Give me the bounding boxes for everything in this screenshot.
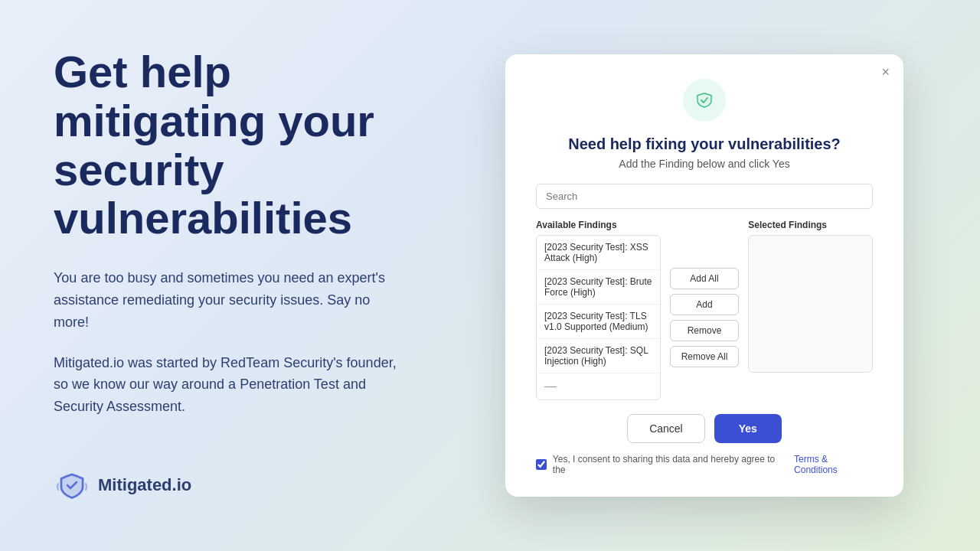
- consent-text: Yes, I consent to sharing this data and …: [553, 454, 788, 475]
- body-text-2: Mitigated.io was started by RedTeam Secu…: [54, 352, 398, 418]
- available-findings-box: [2023 Security Test]: XSS Attack (High) …: [536, 235, 661, 400]
- available-findings-label: Available Findings: [536, 220, 661, 230]
- right-panel: × Need help fixing your vulnerabilities?…: [444, 0, 980, 551]
- body-text-1: You are too busy and sometimes you need …: [54, 267, 398, 333]
- brand-logo-icon: [54, 467, 90, 504]
- left-panel: Get help mitigating your security vulner…: [0, 0, 444, 551]
- page-headline: Get help mitigating your security vulner…: [54, 47, 398, 243]
- remove-button[interactable]: Remove: [670, 320, 740, 341]
- action-buttons-panel: Add All Add Remove Remove All: [670, 220, 740, 400]
- search-input[interactable]: [536, 184, 873, 209]
- remove-all-button[interactable]: Remove All: [670, 346, 740, 367]
- finding-item-sqli[interactable]: [2023 Security Test]: SQL Injection (Hig…: [537, 339, 660, 373]
- yes-button[interactable]: Yes: [714, 414, 782, 443]
- findings-container: Available Findings [2023 Security Test]:…: [536, 220, 873, 400]
- selected-findings-label: Selected Findings: [748, 220, 873, 230]
- modal-dialog: × Need help fixing your vulnerabilities?…: [505, 54, 903, 497]
- available-findings-panel: Available Findings [2023 Security Test]:…: [536, 220, 661, 400]
- consent-row: Yes, I consent to sharing this data and …: [536, 454, 873, 475]
- finding-item-tls[interactable]: [2023 Security Test]: TLS v1.0 Supported…: [537, 305, 660, 339]
- brand-name: Mitigated.io: [98, 475, 191, 495]
- modal-shield-icon: [683, 79, 726, 122]
- close-button[interactable]: ×: [881, 65, 890, 79]
- finding-dash: —: [537, 373, 660, 399]
- add-button[interactable]: Add: [670, 294, 740, 315]
- add-all-button[interactable]: Add All: [670, 268, 740, 289]
- modal-footer: Cancel Yes: [536, 414, 873, 443]
- brand-logo: Mitigated.io: [54, 467, 398, 504]
- cancel-button[interactable]: Cancel: [627, 414, 705, 443]
- modal-title: Need help fixing your vulnerabilities?: [536, 135, 873, 153]
- terms-link[interactable]: Terms & Conditions: [794, 454, 873, 475]
- modal-subtitle: Add the Finding below and click Yes: [536, 158, 873, 170]
- selected-findings-panel: Selected Findings: [748, 220, 873, 400]
- selected-findings-box: [748, 235, 873, 373]
- finding-item-xss[interactable]: [2023 Security Test]: XSS Attack (High): [537, 236, 660, 270]
- finding-item-brute[interactable]: [2023 Security Test]: Brute Force (High): [537, 270, 660, 305]
- consent-checkbox[interactable]: [536, 459, 547, 470]
